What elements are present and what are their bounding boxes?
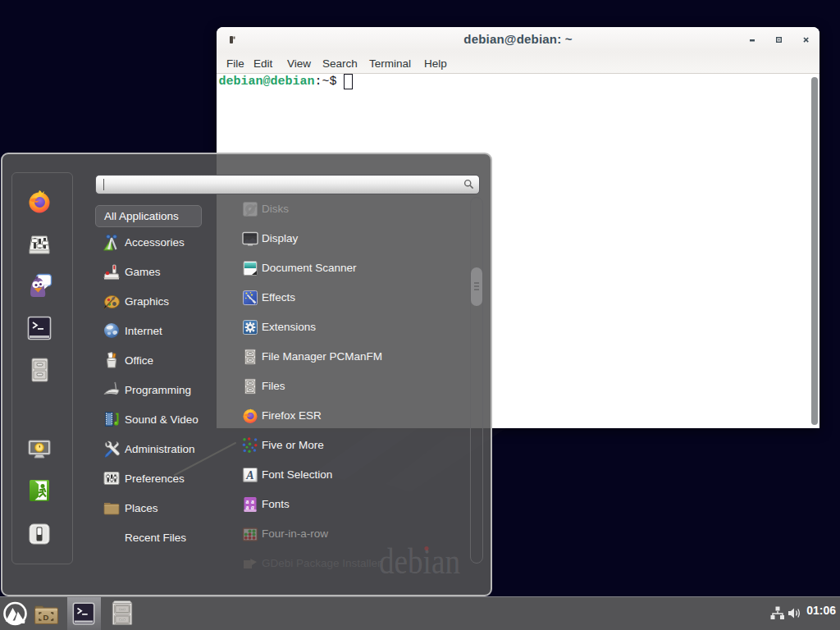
svg-text:a: a <box>246 504 249 511</box>
svg-text:a: a <box>251 504 254 511</box>
svg-text:D: D <box>43 613 49 622</box>
svg-text:debian: debian <box>379 541 460 581</box>
svg-text:A: A <box>245 469 253 482</box>
